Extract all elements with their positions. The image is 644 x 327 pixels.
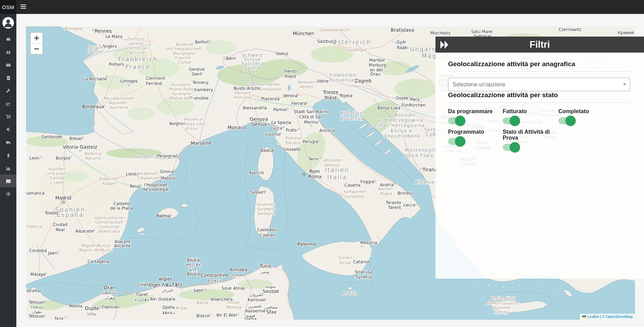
city-marker <box>374 180 376 182</box>
map-label: Valencianische <box>94 215 124 220</box>
toggle-cell: Da programmare <box>448 109 503 124</box>
map-label: Tarent <box>388 205 401 210</box>
openstreetmap-link[interactable]: © OpenStreetMap <box>602 314 633 319</box>
toggle-label: Stato di Attività di Prova <box>503 129 555 141</box>
map-label: Mataró <box>161 176 175 180</box>
map-label: Roma <box>308 174 321 179</box>
sidebar-item-transport[interactable] <box>0 136 16 149</box>
svg-text:€: € <box>6 127 10 132</box>
map-label: Loiretal <box>128 41 144 46</box>
map-label: Belfort <box>195 40 209 45</box>
map-label: Casteddu <box>257 227 277 232</box>
map-label: l'Hospitalet <box>144 182 168 187</box>
map-label: France <box>126 63 150 70</box>
city-marker <box>210 40 211 42</box>
map-label: Kasserine <box>245 309 266 313</box>
map-label: Vaduz <box>276 51 289 56</box>
map-label: Vitoria-Gasteiz <box>63 144 97 150</box>
map-label: Κρήτης <box>493 310 509 314</box>
map-label: Neu-Aquitanien <box>103 96 134 101</box>
map-label: Sardegna <box>257 207 276 211</box>
map-label: Gibraltar <box>26 288 41 293</box>
sidebar-item-tools[interactable] <box>0 84 16 97</box>
map-label: Tlemcen <box>101 305 119 310</box>
sidebar-item-billing[interactable]: € <box>0 123 16 136</box>
toggle-switch[interactable] <box>503 117 519 124</box>
map-label: Taranto <box>385 200 401 205</box>
map-label: de Loire <box>128 50 145 55</box>
map-label: Brindisi <box>398 191 413 196</box>
map-label: y León <box>50 180 63 185</box>
map-label: Mischkolz <box>430 31 450 36</box>
toggle-switch[interactable] <box>448 117 464 124</box>
city-marker <box>93 229 95 231</box>
toggle-label: Fatturato <box>503 109 555 115</box>
city-marker <box>394 183 395 185</box>
map-label: Kampanien <box>343 189 366 194</box>
panel-title: Filtri <box>435 39 644 50</box>
map-label: España <box>57 211 84 218</box>
map-label: Comunitat <box>99 224 120 229</box>
sidebar-item-reports[interactable] <box>0 162 16 174</box>
sidebar-item-analytics[interactable] <box>0 97 16 110</box>
sidebar-item-dashboard[interactable] <box>0 33 16 46</box>
map-label: Puglia <box>380 191 392 196</box>
toggle-switch[interactable] <box>503 144 519 151</box>
map-label: Piacenza <box>261 96 280 101</box>
city-marker <box>128 85 130 86</box>
toggle-knob <box>510 142 520 153</box>
sidebar-item-map[interactable] <box>0 174 16 187</box>
map-label: Siracusa <box>355 270 372 274</box>
map-label: La Spezia <box>271 120 291 125</box>
map-label: Alpes-Côte <box>183 122 205 126</box>
map-label: Udine <box>316 79 329 84</box>
map-label: Region Murcia <box>81 243 110 248</box>
toggle-switch[interactable] <box>558 117 574 124</box>
chart-line-icon <box>6 101 11 107</box>
section-heading-anagrafica: Geolocalizzazione attività per anagrafic… <box>448 60 630 72</box>
toggle-knob <box>455 136 465 147</box>
map-label: Burgos <box>56 156 70 161</box>
app-logo[interactable]: OSM <box>0 0 16 14</box>
sidebar-item-documents[interactable] <box>0 71 16 84</box>
map-label: Trient <box>284 74 296 79</box>
map-label: Босна и <box>391 128 413 133</box>
map-label: Sfax <box>266 309 277 315</box>
map-label: Piemonte <box>233 95 252 100</box>
city-marker <box>209 314 211 316</box>
map-label: Херцеговина <box>384 133 421 139</box>
sidebar-item-mail[interactable] <box>0 59 16 71</box>
map-label: Tiaret <box>135 292 148 297</box>
map-label: Biskra <box>196 313 209 318</box>
map-label: Marino <box>304 120 318 125</box>
map-label: Veneto <box>299 84 314 89</box>
map-label: Jaén <box>48 251 57 256</box>
leaflet-link[interactable]: Leaflet <box>587 314 599 319</box>
map-label: Ferrand <box>146 81 162 86</box>
user-avatar[interactable] <box>2 17 14 29</box>
map-label: Región de Murcia <box>79 248 113 252</box>
anagrafica-select[interactable]: Seleziona un'opzione <box>448 78 630 91</box>
map-label: Reus <box>130 184 140 189</box>
sidebar-item-settings[interactable] <box>0 187 16 200</box>
zoom-in-button[interactable]: + <box>31 33 42 44</box>
city-marker <box>310 125 312 127</box>
map-label: Alacant <box>115 239 130 244</box>
map-label: Bretagne <box>64 26 83 31</box>
map-label: Österreich <box>332 38 371 46</box>
sidebar-item-orders[interactable] <box>0 110 16 123</box>
map-label: Zentrum- <box>126 37 146 41</box>
city-marker <box>57 251 59 253</box>
toggle-switch[interactable] <box>448 138 464 145</box>
map-label: La Rochelle <box>83 77 107 81</box>
sidebar-item-users[interactable] <box>0 46 16 59</box>
hamburger-menu-icon[interactable] <box>21 5 26 9</box>
map-label: Annecy <box>193 80 209 85</box>
sidebar-item-equipment[interactable] <box>0 149 16 162</box>
map-label: Perpignan <box>157 154 178 158</box>
map-label: Busto Arsizio <box>234 86 260 91</box>
zoom-out-button[interactable]: − <box>31 44 42 54</box>
map-label: ⵜⵉⴰⵔⴻⵜ <box>134 298 150 302</box>
map-label: Valenciana <box>98 229 120 234</box>
map-label: الجزائر <box>162 288 173 293</box>
